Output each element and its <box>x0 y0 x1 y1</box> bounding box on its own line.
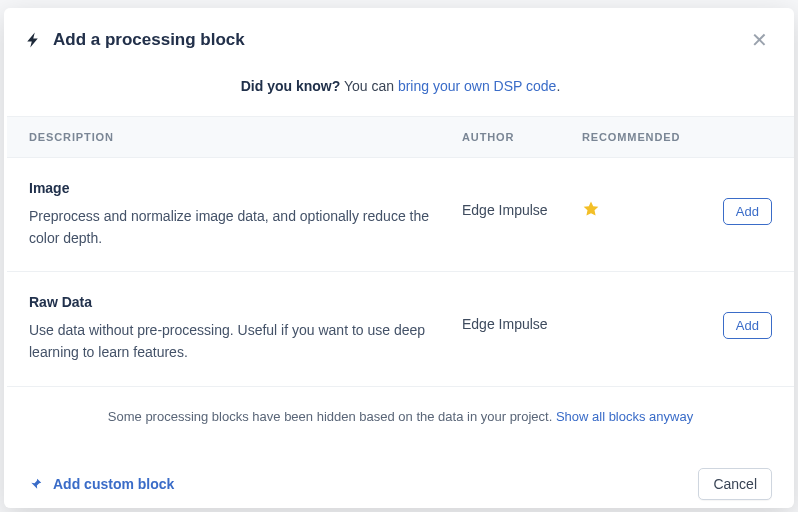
close-button[interactable]: ✕ <box>747 26 772 54</box>
table-header-row: DESCRIPTION AUTHOR RECOMMENDED <box>7 116 794 158</box>
block-description-cell: Raw Data Use data without pre-processing… <box>29 294 452 363</box>
block-title: Image <box>29 180 452 196</box>
tip-banner: Did you know? You can bring your own DSP… <box>7 72 794 116</box>
block-recommended <box>582 294 692 314</box>
block-title: Raw Data <box>29 294 452 310</box>
hidden-blocks-note: Some processing blocks have been hidden … <box>7 387 794 452</box>
hidden-note-text: Some processing blocks have been hidden … <box>108 409 556 424</box>
tip-bold: Did you know? <box>241 78 341 94</box>
col-author: AUTHOR <box>462 131 572 143</box>
lightning-icon <box>25 31 43 49</box>
modal-title: Add a processing block <box>53 30 747 50</box>
block-desc: Use data without pre-processing. Useful … <box>29 320 452 363</box>
show-all-link[interactable]: Show all blocks anyway <box>556 409 693 424</box>
block-action-cell: Add <box>702 294 772 339</box>
add-button[interactable]: Add <box>723 198 772 225</box>
block-author: Edge Impulse <box>462 294 572 332</box>
modal-footer: Add custom block Cancel <box>7 452 794 512</box>
tip-link[interactable]: bring your own DSP code <box>398 78 557 94</box>
block-recommended <box>582 180 692 222</box>
tip-suffix: . <box>556 78 560 94</box>
add-custom-label: Add custom block <box>53 476 174 492</box>
blocks-table: DESCRIPTION AUTHOR RECOMMENDED Image Pre… <box>7 116 794 452</box>
cancel-button[interactable]: Cancel <box>698 468 772 500</box>
block-desc: Preprocess and normalize image data, and… <box>29 206 452 249</box>
pin-icon <box>29 477 43 491</box>
star-icon <box>582 204 600 221</box>
block-description-cell: Image Preprocess and normalize image dat… <box>29 180 452 249</box>
table-row: Image Preprocess and normalize image dat… <box>7 158 794 272</box>
modal-header: Add a processing block ✕ <box>7 8 794 72</box>
col-recommended: RECOMMENDED <box>582 131 692 143</box>
block-author: Edge Impulse <box>462 180 572 218</box>
close-icon: ✕ <box>751 29 768 51</box>
tip-text: You can <box>340 78 398 94</box>
table-row: Raw Data Use data without pre-processing… <box>7 272 794 386</box>
add-processing-block-modal: Add a processing block ✕ Did you know? Y… <box>4 8 794 508</box>
add-button[interactable]: Add <box>723 312 772 339</box>
add-custom-block-button[interactable]: Add custom block <box>29 476 174 492</box>
block-action-cell: Add <box>702 180 772 225</box>
col-description: DESCRIPTION <box>29 131 452 143</box>
